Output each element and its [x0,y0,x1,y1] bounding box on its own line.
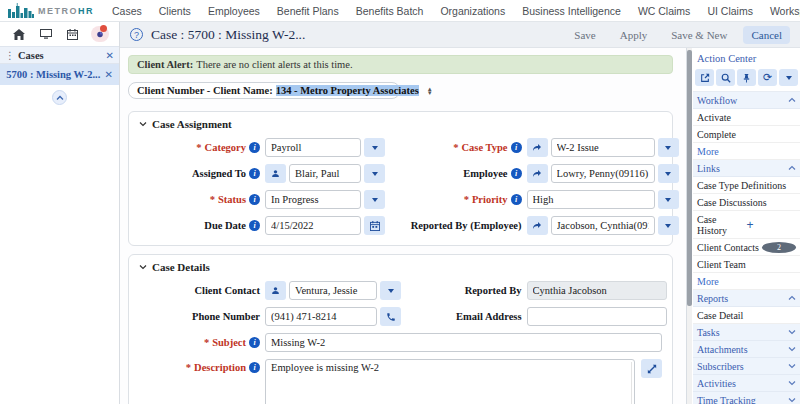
attachments-section-header[interactable]: Attachments [693,341,800,358]
link-case-history[interactable]: Case History+ [693,211,800,239]
assigned-to-dropdown-button[interactable] [364,164,385,183]
workflow-more-link[interactable]: More [693,143,800,160]
open-external-button[interactable] [695,69,714,86]
chevron-up-icon [788,96,796,104]
time-tracking-section-header[interactable]: Time Tracking [693,392,800,404]
subscribers-section-header[interactable]: Subscribers [693,358,800,375]
link-client-contacts[interactable]: Client Contacts2 [693,239,800,256]
nav-item-business-intelligence[interactable]: Business Intelligence [522,5,621,17]
priority-input[interactable] [527,190,655,209]
employee-input[interactable] [551,164,655,183]
case-details-header[interactable]: Case Details [139,261,662,273]
sidebar-tab-case-5700[interactable]: 5700 : Missing W-2... ✕ [0,64,119,85]
info-icon[interactable]: i [511,194,522,205]
nav-item-cases[interactable]: Cases [112,5,142,17]
info-icon[interactable]: i [249,220,260,231]
info-icon[interactable]: i [249,337,260,348]
close-tab-icon[interactable]: ✕ [105,69,113,80]
nav-item-benefits-batch[interactable]: Benefits Batch [356,5,424,17]
nav-item-organizations[interactable]: Organizations [440,5,505,17]
call-phone-button[interactable] [380,307,401,326]
description-textarea[interactable]: Employee is missing W-2 [265,359,635,404]
case-type-input[interactable] [551,138,655,157]
notifications-icon[interactable] [91,26,109,42]
due-date-input[interactable] [265,216,361,235]
nav-item-clients[interactable]: Clients [159,5,191,17]
nav-item-wc-claims[interactable]: WC Claims [638,5,691,17]
case-type-goto-button[interactable] [527,138,548,157]
nav-item-ui-claims[interactable]: UI Claims [707,5,753,17]
case-type-dropdown-button[interactable] [658,138,679,157]
links-more-link[interactable]: More [693,273,800,290]
home-icon[interactable] [10,26,28,42]
client-spinner[interactable]: ▲▼ [419,87,433,95]
priority-dropdown-button[interactable] [658,190,679,209]
workflow-item-complete[interactable]: Complete [693,126,800,143]
nav-item-employees[interactable]: Employees [208,5,260,17]
sidebar-collapse-button[interactable] [52,90,67,105]
link-client-team[interactable]: Client Team [693,256,800,273]
description-expand-button[interactable] [641,359,662,378]
report-case-detail[interactable]: Case Detail [693,307,800,324]
search-icon [721,73,731,83]
reports-section-header[interactable]: Reports [693,290,800,307]
links-section-header[interactable]: Links [693,160,800,177]
scrollbar-thumb[interactable] [687,50,692,306]
toolbar-more-dropdown[interactable] [779,69,798,86]
client-contact-person-button[interactable] [265,281,286,300]
window-icon[interactable] [37,26,55,42]
pin-button[interactable] [737,69,756,86]
client-selector[interactable]: Client Number - Client Name: 134 - Metro… [128,82,400,99]
client-contact-dropdown-button[interactable] [380,281,401,300]
workflow-item-activate[interactable]: Activate [693,109,800,126]
cancel-button[interactable]: Cancel [743,26,790,44]
add-case-history-button[interactable]: + [747,218,797,232]
calendar-icon[interactable] [64,26,82,42]
status-dropdown-button[interactable] [364,190,385,209]
drag-handle-icon[interactable]: ⋮ [5,50,14,61]
help-icon[interactable]: ? [130,28,143,41]
client-contact-input[interactable] [289,281,377,300]
due-date-calendar-button[interactable] [364,216,385,235]
assigned-to-person-button[interactable] [265,164,286,183]
info-icon[interactable]: i [511,142,522,153]
save-and-new-button[interactable]: Save & New [663,26,735,44]
phone-number-input[interactable] [265,307,377,326]
info-icon[interactable]: i [511,168,522,179]
nav-item-benefit-plans[interactable]: Benefit Plans [277,5,339,17]
panel-scrollbar[interactable] [687,48,692,404]
status-input[interactable] [265,190,361,209]
email-address-input[interactable] [527,307,667,326]
info-icon[interactable]: i [249,362,260,373]
info-icon[interactable]: i [249,142,260,153]
subject-input[interactable] [265,333,662,352]
category-dropdown-button[interactable] [364,138,385,157]
chevron-down-icon [388,289,394,293]
app-logo[interactable]: METROHR [8,3,94,18]
nav-item-workspaces[interactable]: Workspaces [770,5,800,17]
save-button[interactable]: Save [566,26,603,44]
textarea-scrollbar[interactable] [631,362,632,404]
refresh-button[interactable]: ⟳ [758,69,777,86]
assigned-to-input[interactable] [289,164,361,183]
search-button[interactable] [716,69,735,86]
info-icon[interactable]: i [249,168,260,179]
spinner-down-icon: ▼ [427,91,433,95]
tasks-section-header[interactable]: Tasks [693,324,800,341]
case-assignment-header[interactable]: Case Assignment [139,118,662,130]
link-case-type-definitions[interactable]: Case Type Definitions [693,177,800,194]
link-case-discussions[interactable]: Case Discussions [693,194,800,211]
employee-goto-button[interactable] [527,164,548,183]
workflow-section-header[interactable]: Workflow [693,92,800,109]
info-icon[interactable]: i [249,194,260,205]
case-type-label: *Case Typei [401,142,527,153]
close-group-icon[interactable]: ✕ [106,50,114,61]
reported-by-goto-button[interactable] [527,216,548,235]
category-input[interactable] [265,138,361,157]
activities-section-header[interactable]: Activities [693,375,800,392]
reported-by-dropdown-button[interactable] [658,216,679,235]
employee-dropdown-button[interactable] [658,164,679,183]
refresh-icon: ⟳ [763,71,772,84]
reported-by-employee-input[interactable] [551,216,655,235]
apply-button[interactable]: Apply [612,26,656,44]
